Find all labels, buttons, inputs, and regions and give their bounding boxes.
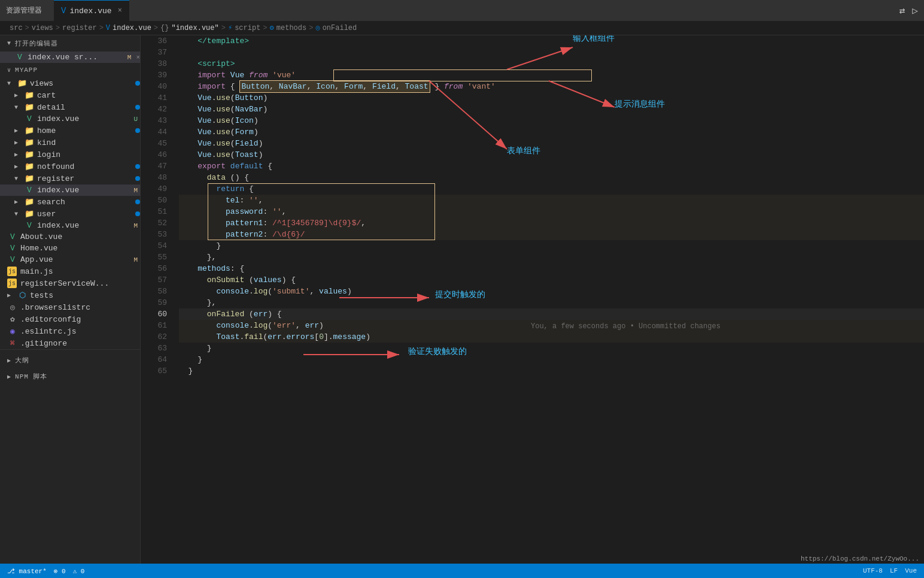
search-arrow: ▶	[14, 198, 24, 205]
bc-onfailed[interactable]: onFailed	[323, 24, 357, 32]
home-vue-label: Home.vue	[20, 244, 140, 253]
code-line-50: tel: '',	[179, 195, 924, 206]
sidebar-item-home-vue[interactable]: V Home.vue	[0, 243, 140, 254]
warning-count[interactable]: ⚠ 0	[73, 567, 85, 575]
ln-55: 55	[141, 252, 167, 263]
register-dot	[135, 176, 140, 181]
sidebar-item-login[interactable]: ▶ 📁 login	[0, 149, 140, 161]
sidebar-item-user[interactable]: ▼ 📁 user	[0, 208, 140, 220]
explorer-title: 资源管理器	[6, 5, 42, 16]
sidebar-item-home[interactable]: ▶ 📁 home	[0, 125, 140, 137]
detail-arrow: ▼	[14, 104, 24, 111]
open-file-badge: M	[125, 54, 134, 61]
main-js-icon: js	[7, 267, 17, 276]
sidebar-item-detail[interactable]: ▼ 📁 detail	[0, 101, 140, 113]
code-line-63: }	[179, 343, 924, 354]
bc-quoted-file[interactable]: "index.vue"	[171, 24, 218, 32]
sidebar-item-editorconfig[interactable]: ✿ .editorconfig	[0, 313, 140, 325]
code-line-62: Toast.fail(err.errors[0].message)	[179, 331, 924, 343]
sidebar-item-eslintrc[interactable]: ◉ .eslintrc.js	[0, 325, 140, 337]
sidebar-item-detail-index[interactable]: V index.vue U	[0, 113, 140, 125]
npm-section[interactable]: ▶ NPM 脚本	[0, 368, 140, 385]
npm-label: NPM 脚本	[15, 372, 47, 381]
open-editors-arrow: ▼	[7, 40, 11, 47]
outline-section[interactable]: ▶ 大纲	[0, 352, 140, 368]
ln-37: 37	[141, 47, 167, 58]
sidebar-bottom: ▶ 大纲 ▶ NPM 脚本	[0, 349, 140, 387]
title-bar-actions: ⇄ ▷	[899, 5, 918, 17]
sidebar-item-register-index[interactable]: V index.vue M	[0, 184, 140, 196]
bc-views[interactable]: views	[32, 24, 53, 32]
register-folder-icon: 📁	[24, 174, 35, 183]
ln-50: 50	[141, 195, 167, 206]
sidebar-item-tests[interactable]: ▶ ⬡ tests	[0, 289, 140, 301]
open-editors-section[interactable]: ▼ 打开的编辑器	[0, 35, 140, 52]
bc-src[interactable]: src	[10, 24, 23, 32]
code-line-44: Vue.use(Form)	[179, 126, 924, 138]
sidebar-item-register-service[interactable]: js registerServiceW...	[0, 277, 140, 289]
sidebar-item-register[interactable]: ▼ 📁 register	[0, 173, 140, 184]
register-service-label: registerServiceW...	[20, 279, 140, 288]
code-line-56: methods: {	[179, 263, 924, 274]
close-open-file-icon[interactable]: ×	[136, 54, 140, 61]
run-icon[interactable]: ▷	[912, 5, 918, 17]
open-file-index-vue[interactable]: V index.vue sr... M ×	[0, 52, 140, 63]
bc-obj-brace: {}	[160, 24, 169, 32]
sidebar-item-cart[interactable]: ▶ 📁 cart	[0, 89, 140, 101]
ln-47: 47	[141, 161, 167, 172]
code-line-54: }	[179, 240, 924, 252]
ln-45: 45	[141, 138, 167, 149]
sidebar-item-kind[interactable]: ▶ 📁 kind	[0, 137, 140, 149]
views-arrow: ▼	[7, 80, 17, 87]
ln-64: 64	[141, 354, 167, 365]
bc-methods-icon: ⚙	[270, 23, 274, 32]
user-folder-icon: 📁	[24, 209, 35, 219]
code-area: 36 37 38 39 40 41 42 43 44 45 46 47 48 4…	[141, 35, 924, 564]
split-editor-icon[interactable]: ⇄	[899, 5, 905, 17]
sidebar-item-search[interactable]: ▶ 📁 search	[0, 196, 140, 208]
code-line-45: Vue.use(Field)	[179, 138, 924, 149]
sidebar-item-views[interactable]: ▼ 📁 views	[0, 77, 140, 89]
sidebar-item-app-vue[interactable]: V App.vue M	[0, 254, 140, 265]
sidebar-item-user-index[interactable]: V index.vue M	[0, 220, 140, 231]
tab-index-vue[interactable]: V index.vue ×	[54, 0, 129, 21]
ln-38: 38	[141, 58, 167, 69]
ln-40: 40	[141, 81, 167, 92]
detail-index-badge: U	[131, 116, 140, 123]
code-line-36: </template>	[179, 35, 924, 47]
encoding[interactable]: UTF-8	[863, 567, 883, 574]
detail-dot	[135, 105, 140, 110]
sidebar-item-about[interactable]: V About.vue	[0, 231, 140, 243]
tab-vue-icon: V	[61, 6, 66, 16]
tests-label: tests	[30, 291, 140, 300]
error-count[interactable]: ⊗ 0	[54, 567, 66, 575]
sidebar: ▼ 打开的编辑器 V index.vue sr... M × ∨ MYAPP ▼…	[0, 35, 141, 564]
sidebar-item-browserslist[interactable]: ◎ .browserslistrc	[0, 301, 140, 313]
tab-close-button[interactable]: ×	[118, 7, 122, 15]
git-branch[interactable]: ⎇ master*	[7, 567, 47, 575]
sidebar-item-main-js[interactable]: js main.js	[0, 265, 140, 277]
line-ending[interactable]: LF	[890, 567, 898, 574]
url-bar: https://blog.csdn.net/ZywOo...	[796, 554, 924, 564]
sidebar-item-gitignore[interactable]: ⌘ .gitignore	[0, 337, 140, 349]
bc-register[interactable]: register	[62, 24, 97, 32]
bc-onfailed-icon: ◎	[315, 23, 320, 32]
ln-57: 57	[141, 274, 167, 286]
bc-methods[interactable]: methods	[276, 24, 306, 32]
home-dot	[135, 128, 140, 133]
user-dot	[135, 211, 140, 216]
user-index-label: index.vue	[37, 221, 129, 230]
app-vue-label: App.vue	[20, 255, 129, 264]
bc-script[interactable]: script	[235, 24, 260, 32]
app-vue-icon: V	[7, 255, 18, 264]
code-content: 36 37 38 39 40 41 42 43 44 45 46 47 48 4…	[141, 35, 924, 564]
bc-file-name[interactable]: index.vue	[113, 24, 151, 32]
home-label: home	[37, 126, 133, 135]
ln-56: 56	[141, 263, 167, 274]
tests-arrow: ▶	[7, 292, 17, 299]
myapp-section[interactable]: ∨ MYAPP	[0, 63, 140, 77]
language[interactable]: Vue	[905, 567, 917, 574]
ln-44: 44	[141, 126, 167, 138]
code-line-59: },	[179, 297, 924, 308]
sidebar-item-notfound[interactable]: ▶ 📁 notfound	[0, 161, 140, 173]
